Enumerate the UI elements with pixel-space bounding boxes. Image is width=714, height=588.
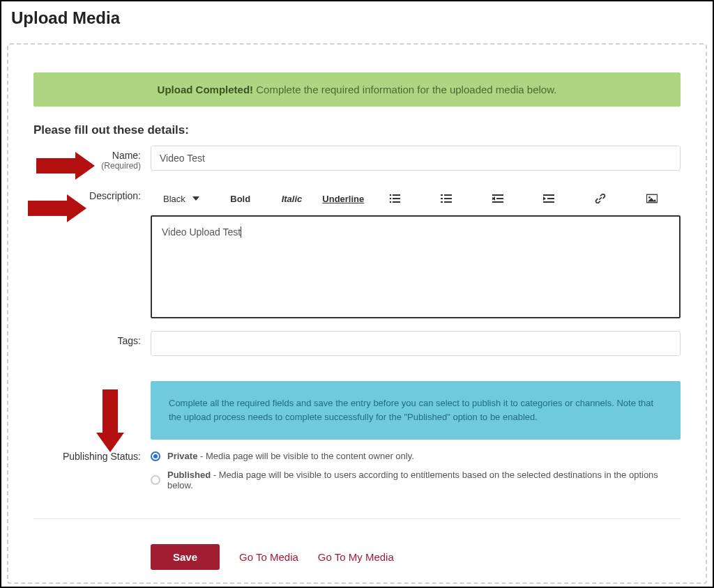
publish-info-box: Complete all the required fields and sav… (151, 381, 681, 440)
svg-rect-8 (441, 198, 443, 199)
svg-rect-10 (441, 201, 443, 203)
svg-point-2 (390, 198, 392, 200)
toolbar-insert-image[interactable] (626, 190, 678, 207)
svg-rect-5 (393, 201, 400, 203)
publishing-status-label: Publishing Status: (63, 451, 141, 462)
svg-rect-7 (444, 194, 452, 196)
svg-point-22 (648, 196, 651, 199)
svg-rect-12 (492, 194, 503, 196)
radio-private-bold: Private (167, 451, 197, 461)
svg-rect-19 (547, 198, 554, 199)
radio-published (151, 475, 160, 485)
svg-rect-15 (496, 198, 503, 199)
details-subtitle: Please fill out these details: (33, 123, 681, 137)
svg-point-4 (390, 201, 392, 203)
svg-rect-9 (444, 198, 452, 199)
svg-rect-16 (492, 201, 503, 203)
image-icon (646, 194, 658, 203)
list-bullets-icon (389, 194, 400, 203)
go-to-my-media-link[interactable]: Go To My Media (318, 551, 394, 563)
radio-published-text: - Media page will be visible to users ac… (167, 470, 658, 490)
radio-published-row: Published - Media page will be visible t… (151, 470, 681, 490)
text-caret (241, 226, 241, 238)
editor-toolbar: Black Bold Italic Underline (151, 187, 681, 215)
tags-row: Tags: (33, 331, 681, 356)
svg-rect-17 (543, 194, 554, 196)
indent-icon (543, 194, 554, 203)
outdent-icon (492, 194, 503, 203)
svg-marker-18 (543, 196, 546, 201)
svg-rect-1 (393, 194, 400, 196)
toolbar-bold[interactable]: Bold (215, 190, 266, 207)
svg-marker-14 (492, 196, 495, 201)
toolbar-outdent[interactable] (472, 190, 524, 207)
annotation-arrow-publishing (96, 389, 124, 452)
name-label: Name: (112, 150, 141, 161)
description-value: Video Upload Test (162, 226, 241, 238)
banner-text: Complete the required information for th… (253, 84, 556, 95)
radio-private-text: - Media page will be visible to the cont… (197, 451, 413, 461)
name-input[interactable] (151, 146, 681, 171)
svg-point-0 (390, 194, 392, 196)
svg-rect-3 (393, 198, 400, 199)
toolbar-link[interactable] (575, 190, 626, 207)
toolbar-underline[interactable]: Underline (317, 190, 369, 207)
radio-published-bold: Published (167, 470, 211, 480)
radio-private-row[interactable]: Private - Media page will be visible to … (151, 451, 681, 461)
name-row: Name: (Required) (33, 146, 681, 171)
svg-rect-6 (441, 194, 443, 196)
svg-rect-11 (444, 201, 452, 203)
action-buttons-row: Save Go To Media Go To My Media (33, 532, 681, 570)
toolbar-indent[interactable] (524, 190, 575, 207)
annotation-arrow-name (36, 152, 95, 180)
description-editor[interactable]: Video Upload Test (151, 215, 681, 318)
upload-success-banner: Upload Completed! Complete the required … (33, 72, 681, 107)
page-title: Upload Media (1, 1, 713, 31)
divider (33, 518, 681, 519)
toolbar-text-color[interactable]: Black (153, 190, 215, 207)
description-row: Description: Black Bold Italic Underline (33, 187, 681, 318)
toolbar-numbered-list[interactable] (420, 190, 472, 207)
link-icon (595, 194, 606, 203)
tags-label: Tags: (118, 335, 141, 346)
chevron-down-icon (192, 196, 199, 201)
go-to-media-link[interactable]: Go To Media (239, 551, 298, 563)
banner-bold: Upload Completed! (158, 84, 254, 95)
publishing-status-row: Publishing Status: Private - Media page … (33, 451, 681, 499)
upload-panel: Upload Completed! Complete the required … (7, 43, 707, 584)
annotation-arrow-description (28, 194, 86, 222)
publish-info-row: Complete all the required fields and sav… (33, 381, 681, 440)
description-label: Description: (89, 190, 141, 201)
radio-private[interactable] (151, 451, 160, 461)
list-numbers-icon (441, 194, 452, 203)
svg-rect-20 (543, 201, 554, 203)
toolbar-italic[interactable]: Italic (266, 190, 318, 207)
tags-input[interactable] (151, 331, 681, 356)
toolbar-color-label: Black (163, 194, 185, 204)
svg-marker-23 (648, 198, 656, 201)
save-button[interactable]: Save (151, 544, 220, 570)
toolbar-bulleted-list[interactable] (369, 190, 420, 207)
